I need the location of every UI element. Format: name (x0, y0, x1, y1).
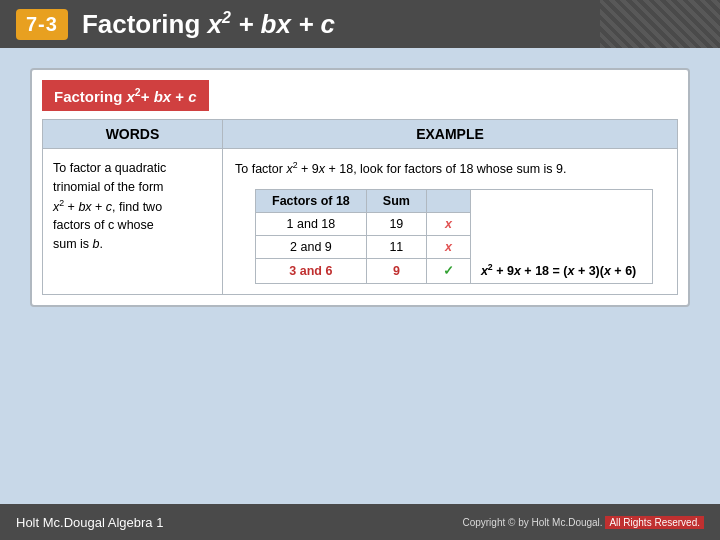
table-row-highlight: 3 and 6 9 ✓ x2 + 9x + 18 = (x + 3)(x + 6… (256, 258, 653, 283)
sum-col-header: Sum (366, 189, 426, 212)
words-column-header: WORDS (43, 120, 223, 148)
words-line4: factors of c whose (53, 218, 154, 232)
example-intro-text: To factor x2 + 9x + 18, look for factors… (235, 159, 665, 179)
mark-col-header (426, 189, 470, 212)
eq-val-1 (470, 212, 652, 235)
copyright-prefix: Copyright © by Holt Mc.Dougal. (462, 517, 602, 528)
page-footer: Holt Mc.Dougal Algebra 1 Copyright © by … (0, 504, 720, 540)
final-equation: x2 + 9x + 18 = (x + 3)(x + 6) (470, 258, 652, 283)
factors-val-2: 2 and 9 (256, 235, 367, 258)
eq-col-header (470, 189, 652, 212)
factors-val-1: 1 and 18 (256, 212, 367, 235)
factors-val-3: 3 and 6 (256, 258, 367, 283)
factors-table: Factors of 18 Sum 1 and 18 19 x (255, 189, 653, 284)
table-row: 2 and 9 11 x (256, 235, 653, 258)
table-row: 1 and 18 19 x (256, 212, 653, 235)
eq-val-2 (470, 235, 652, 258)
lesson-badge: 7-3 (16, 9, 68, 40)
copyright-highlight: All Rights Reserved. (605, 516, 704, 529)
words-line2: trinomial of the form (53, 180, 163, 194)
content-table: WORDS EXAMPLE To factor a quadratic trin… (42, 119, 678, 295)
words-cell: To factor a quadratic trinomial of the f… (43, 149, 223, 294)
words-line1: To factor a quadratic (53, 161, 166, 175)
main-content: Factoring x2+ bx + c WORDS EXAMPLE To fa… (0, 48, 720, 327)
example-cell: To factor x2 + 9x + 18, look for factors… (223, 149, 677, 294)
sum-val-2: 11 (366, 235, 426, 258)
sum-val-1: 19 (366, 212, 426, 235)
footer-copyright: Copyright © by Holt Mc.Dougal. All Right… (462, 517, 704, 528)
mark-val-2: x (426, 235, 470, 258)
content-card: Factoring x2+ bx + c WORDS EXAMPLE To fa… (30, 68, 690, 307)
bg-pattern (600, 0, 720, 48)
example-column-header: EXAMPLE (223, 120, 677, 148)
mark-val-1: x (426, 212, 470, 235)
sum-val-3: 9 (366, 258, 426, 283)
card-header-label: Factoring x2+ bx + c (42, 80, 209, 111)
title-math: x2 + bx + c (208, 9, 335, 39)
words-line3: x2 + bx + c, find two (53, 200, 162, 214)
footer-publisher: Holt Mc.Dougal Algebra 1 (16, 515, 163, 530)
factors-col-header: Factors of 18 (256, 189, 367, 212)
words-line5: sum is b. (53, 237, 103, 251)
title-prefix: Factoring (82, 9, 208, 39)
page-title: Factoring x2 + bx + c (82, 9, 335, 40)
page-header: 7-3 Factoring x2 + bx + c (0, 0, 720, 48)
mark-val-3: ✓ (426, 258, 470, 283)
content-row: To factor a quadratic trinomial of the f… (43, 148, 677, 294)
table-header-row: WORDS EXAMPLE (43, 120, 677, 148)
